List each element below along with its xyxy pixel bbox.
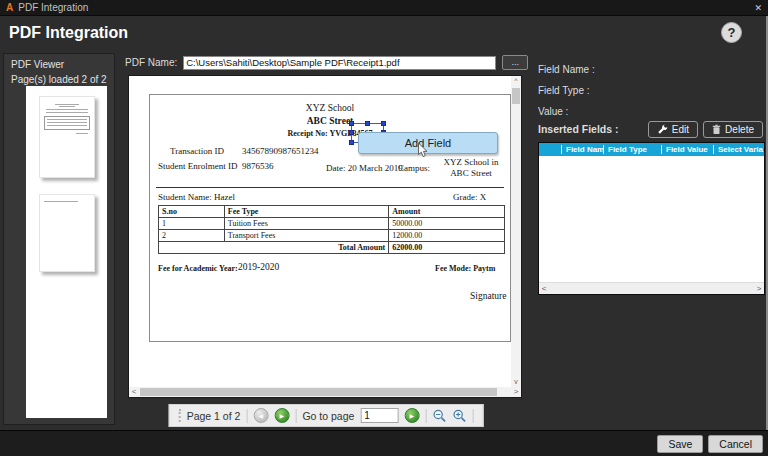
titlebar-title: PDF Integration: [18, 2, 88, 13]
inserted-fields-label: Inserted Fields :: [538, 123, 619, 135]
zoom-out-button[interactable]: [432, 409, 446, 423]
selection-handle[interactable]: [349, 140, 354, 145]
edit-button-label: Edit: [672, 124, 689, 135]
selection-handle[interactable]: [381, 121, 386, 126]
selection-handle[interactable]: [349, 130, 354, 135]
scroll-left-icon[interactable]: <: [129, 387, 139, 397]
thumbnail-sketch: [46, 109, 88, 110]
cancel-button[interactable]: Cancel: [708, 435, 763, 453]
goto-page-label: Go to page: [302, 410, 354, 422]
sidebar-title: PDF Viewer: [4, 54, 114, 70]
fee-cell: 12000.00: [389, 230, 505, 242]
fields-panel: Field Name : Field Type : Value : Insert…: [535, 48, 766, 430]
table-horizontal-scrollbar[interactable]: < >: [539, 282, 764, 294]
doc-enrolment-value: 9876536: [242, 161, 274, 171]
doc-transaction-id-label: Transaction ID: [170, 146, 224, 156]
fee-total-value: 62000.00: [389, 242, 505, 254]
thumbnail-sketch: [47, 122, 87, 123]
column-header-select-variable: Select Varia: [713, 145, 764, 154]
doc-divider: [156, 187, 504, 188]
separator: [295, 409, 296, 423]
doc-signature: Signature: [470, 291, 506, 301]
thumbnail-sketch: [44, 201, 78, 202]
fee-cell: Tuition Fees: [224, 218, 388, 230]
doc-academic-year-value: 2019-2020: [238, 262, 279, 272]
mouse-cursor-icon: [417, 142, 429, 161]
zoom-in-button[interactable]: [452, 409, 466, 423]
inserted-fields-table: Field Name Field Type Field Value Select…: [538, 142, 765, 295]
doc-campus-value: XYZ School in ABC Street: [434, 157, 508, 180]
horizontal-scrollbar[interactable]: < >: [129, 387, 521, 397]
delete-button-label: Delete: [725, 124, 754, 135]
save-button[interactable]: Save: [657, 435, 703, 453]
footer-bar: Save Cancel: [0, 430, 768, 456]
vertical-scrollbar[interactable]: ^ v: [511, 76, 521, 387]
scroll-right-icon[interactable]: >: [511, 387, 521, 397]
goto-page-button[interactable]: ▶: [404, 408, 419, 423]
selection-handle[interactable]: [365, 121, 370, 126]
column-header-field-value: Field Value: [661, 145, 713, 154]
value-label: Value :: [538, 106, 568, 117]
selection-handle[interactable]: [349, 121, 354, 126]
scroll-down-icon[interactable]: v: [511, 377, 521, 387]
viewer-panel: PDF Name: ... XYZ School ABC Street Rece…: [120, 48, 532, 430]
scroll-right-icon[interactable]: >: [754, 283, 764, 294]
doc-academic-year-label: Fee for Academic Year:: [158, 264, 238, 273]
next-page-button[interactable]: ▶: [274, 408, 289, 423]
table-scrollbar-thumb[interactable]: [550, 295, 710, 296]
doc-street: ABC Street: [150, 116, 510, 126]
scroll-left-icon[interactable]: <: [539, 283, 549, 294]
field-type-label: Field Type :: [538, 85, 590, 96]
doc-school-name: XYZ School: [150, 103, 510, 113]
zoom-out-icon: [432, 409, 446, 423]
thumbnail-sketch: [44, 116, 90, 130]
doc-transaction-id-value: 34567890987651234: [242, 146, 319, 156]
fee-col-amount: Amount: [389, 206, 505, 218]
vertical-scrollbar-thumb[interactable]: [512, 88, 520, 104]
inserted-fields-table-body[interactable]: [539, 156, 764, 282]
trash-icon: [712, 124, 721, 135]
edit-button[interactable]: Edit: [648, 121, 698, 138]
pdf-integration-window: A PDF Integration ✕ PDF Integration ? PD…: [0, 0, 768, 456]
inserted-fields-header: Inserted Fields : Edit Delete: [538, 120, 763, 138]
horizontal-scrollbar-thumb[interactable]: [140, 388, 497, 396]
thumbnail-sketch: [76, 133, 88, 134]
doc-student-name: Student Name: Hazel: [158, 192, 235, 202]
doc-enrolment-label: Student Enrolment ID: [158, 161, 238, 171]
column-header: [539, 145, 561, 154]
close-icon[interactable]: ✕: [754, 3, 762, 13]
fee-table-row: 1 Tuition Fees 50000.00: [159, 218, 505, 230]
wrench-icon: [657, 124, 668, 135]
add-field-button[interactable]: Add Field: [358, 132, 498, 154]
browse-button[interactable]: ...: [502, 55, 528, 70]
separator: [246, 409, 247, 423]
delete-button[interactable]: Delete: [703, 121, 763, 138]
thumbnail-sketch: [59, 106, 75, 107]
toolbar-grip: [179, 409, 181, 422]
zoom-in-icon: [452, 409, 466, 423]
fee-table: S.no Fee Type Amount 1 Tuition Fees 5000…: [158, 205, 505, 254]
thumbnail-sketch: [55, 104, 79, 105]
previous-page-button[interactable]: ◀: [253, 408, 268, 423]
thumbnail-sketch: [46, 112, 88, 113]
column-header-field-type: Field Type: [603, 145, 661, 154]
fee-cell: 50000.00: [389, 218, 505, 230]
pages-loaded-status: Page(s) loaded 2 of 2: [4, 70, 114, 85]
fee-total-label: Total Amount: [159, 242, 389, 254]
help-button[interactable]: ?: [721, 22, 742, 43]
page-thumbnail-2[interactable]: [39, 194, 95, 272]
page-thumbnail-1[interactable]: [39, 96, 95, 178]
thumbnail-sketch: [47, 119, 87, 120]
pdf-name-input[interactable]: [183, 56, 496, 70]
fee-col-sno: S.no: [159, 206, 225, 218]
inserted-fields-table-header: Field Name Field Type Field Value Select…: [539, 143, 764, 156]
goto-page-input[interactable]: [360, 408, 398, 423]
fee-cell: 2: [159, 230, 225, 242]
column-header-field-name: Field Name: [561, 145, 603, 154]
titlebar: A PDF Integration ✕: [0, 0, 768, 16]
scroll-up-icon[interactable]: ^: [511, 76, 521, 86]
fee-table-total-row: Total Amount 62000.00: [159, 242, 505, 254]
field-name-label: Field Name :: [538, 64, 595, 75]
header: PDF Integration ?: [0, 16, 768, 49]
pdf-canvas: XYZ School ABC Street Receipt No: YVGB34…: [128, 75, 522, 398]
